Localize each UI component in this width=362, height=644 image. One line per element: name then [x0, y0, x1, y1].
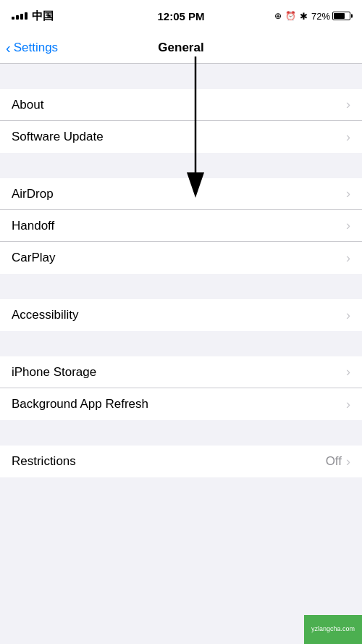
signal-bar-4: [25, 12, 28, 20]
section-spacer-top: [0, 64, 362, 89]
list-item-restrictions[interactable]: Restrictions Off ›: [0, 446, 362, 477]
about-right: ›: [346, 97, 350, 112]
list-item-airdrop[interactable]: AirDrop ›: [0, 178, 362, 210]
section-group-1: About › Software Update ›: [0, 89, 362, 153]
list-item-background-app-refresh[interactable]: Background App Refresh ›: [0, 388, 362, 420]
list-item-software-update[interactable]: Software Update ›: [0, 121, 362, 153]
about-label: About: [12, 98, 43, 112]
list-item-handoff[interactable]: Handoff ›: [0, 210, 362, 242]
list-item-about[interactable]: About ›: [0, 89, 362, 121]
software-update-label: Software Update: [12, 130, 104, 144]
background-app-refresh-right: ›: [346, 397, 350, 412]
signal-bars: [12, 12, 28, 20]
restrictions-label: Restrictions: [12, 454, 76, 469]
accessibility-label: Accessibility: [12, 308, 79, 322]
battery-container: 72%: [311, 11, 350, 22]
software-update-right: ›: [346, 130, 350, 145]
battery-percent: 72%: [311, 11, 330, 22]
restrictions-chevron-icon: ›: [346, 454, 350, 469]
watermark: yzlangcha.com: [304, 615, 362, 644]
airdrop-label: AirDrop: [12, 187, 54, 201]
list-item-accessibility[interactable]: Accessibility ›: [0, 299, 362, 331]
section-group-2: AirDrop › Handoff › CarPlay ›: [0, 178, 362, 274]
section-spacer-2: [0, 153, 362, 178]
status-left: 中国: [12, 9, 54, 23]
background-app-refresh-label: Background App Refresh: [12, 397, 148, 411]
battery-fill: [334, 13, 345, 19]
iphone-storage-label: iPhone Storage: [12, 365, 96, 380]
carplay-right: ›: [346, 251, 350, 266]
nav-bar: ‹ Settings General: [0, 32, 362, 64]
about-chevron-icon: ›: [346, 97, 350, 112]
software-update-chevron-icon: ›: [346, 130, 350, 145]
airdrop-right: ›: [346, 186, 350, 201]
battery-icon: [332, 12, 350, 20]
signal-bar-1: [12, 17, 14, 20]
section-group-4: iPhone Storage › Background App Refresh …: [0, 356, 362, 420]
back-label[interactable]: Settings: [14, 41, 58, 55]
back-chevron-icon: ‹: [6, 41, 11, 55]
accessibility-right: ›: [346, 308, 350, 323]
list-item-carplay[interactable]: CarPlay ›: [0, 242, 362, 274]
alarm-icon: ⏰: [285, 11, 296, 21]
iphone-storage-chevron-icon: ›: [346, 364, 350, 380]
handoff-right: ›: [346, 218, 350, 233]
bottom-spacer: [0, 477, 362, 510]
section-group-3: Accessibility ›: [0, 299, 362, 331]
section-spacer-3: [0, 274, 362, 299]
restrictions-value: Off: [326, 454, 342, 469]
carplay-label: CarPlay: [12, 251, 55, 265]
restrictions-right: Off ›: [326, 454, 350, 469]
location-icon: ⊕: [274, 11, 282, 21]
section-spacer-4: [0, 331, 362, 356]
handoff-chevron-icon: ›: [346, 218, 350, 233]
background-app-refresh-chevron-icon: ›: [346, 397, 350, 412]
carrier-name: 中国: [32, 9, 54, 23]
section-group-5: Restrictions Off ›: [0, 446, 362, 477]
accessibility-chevron-icon: ›: [346, 308, 350, 323]
airdrop-chevron-icon: ›: [346, 186, 350, 201]
bluetooth-icon: ✱: [300, 11, 308, 22]
status-right: ⊕ ⏰ ✱ 72%: [274, 11, 350, 22]
section-spacer-5: [0, 420, 362, 446]
handoff-label: Handoff: [12, 219, 54, 233]
carplay-chevron-icon: ›: [346, 251, 350, 266]
watermark-text: yzlangcha.com: [311, 625, 355, 634]
status-time: 12:05 PM: [157, 10, 204, 22]
back-button[interactable]: ‹ Settings: [6, 41, 58, 55]
signal-bar-2: [16, 15, 19, 20]
nav-title: General: [158, 41, 203, 55]
list-item-iphone-storage[interactable]: iPhone Storage ›: [0, 356, 362, 388]
status-bar: 中国 12:05 PM ⊕ ⏰ ✱ 72%: [0, 0, 362, 32]
iphone-storage-right: ›: [346, 364, 350, 380]
signal-bar-3: [20, 14, 23, 20]
